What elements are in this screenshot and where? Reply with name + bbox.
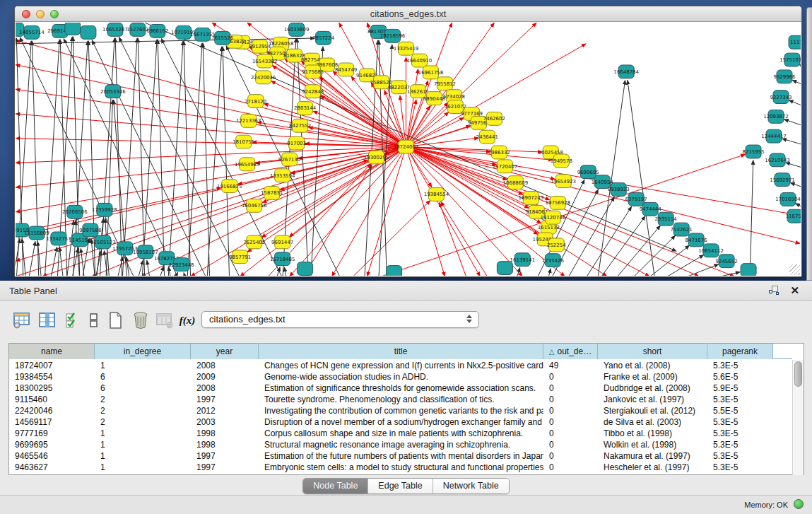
graph-node-yellow[interactable]: 9857791 — [229, 250, 251, 264]
select-columns-icon[interactable] — [37, 310, 58, 331]
graph-node-yellow[interactable]: 7955812 — [434, 77, 456, 90]
graph-node-teal[interactable]: 6966162 — [146, 24, 168, 37]
graph-node-teal[interactable]: 16648784 — [613, 65, 639, 78]
table-cell[interactable]: 0 — [543, 405, 598, 416]
graph-node-yellow[interactable]: 19654985 — [235, 158, 260, 171]
table-cell[interactable]: 19384554 — [9, 371, 95, 382]
table-cell[interactable]: Hescheler et al. (1997) — [598, 462, 707, 473]
citation-graph[interactable]: 1872400798601248912954182260589827503165… — [16, 23, 801, 276]
vertical-scrollbar[interactable] — [792, 360, 804, 475]
edge[interactable] — [16, 41, 31, 276]
graph-node-yellow[interactable]: 2718120 — [245, 95, 266, 108]
graph-node-yellow[interactable]: 252254 — [547, 238, 566, 252]
table-cell[interactable]: Corpus callosum shape and size in male p… — [259, 428, 543, 439]
table-row[interactable]: 1872400712008Changes of HCN gene express… — [9, 360, 792, 371]
edge[interactable] — [207, 47, 222, 276]
table-cell[interactable]: Franke et al. (2009) — [598, 371, 707, 382]
graph-node-teal[interactable]: 13342757 — [46, 232, 71, 245]
resize-grip-icon[interactable] — [789, 264, 800, 275]
edge[interactable] — [547, 269, 551, 276]
edge[interactable] — [158, 40, 165, 276]
table-cell[interactable]: Estimation of the future numbers of pati… — [259, 450, 543, 462]
edge[interactable] — [695, 272, 740, 276]
table-cell[interactable]: 2008 — [191, 360, 259, 371]
table-cell[interactable]: 5.3E-5 — [707, 428, 773, 439]
edge[interactable] — [750, 160, 753, 276]
table-cell[interactable]: 0 — [543, 462, 598, 473]
graph-node-yellow[interactable]: 2803144 — [294, 102, 317, 115]
graph-node-yellow[interactable]: 9890448 — [423, 92, 445, 105]
table-cell[interactable]: 5.3E-5 — [707, 416, 773, 428]
graph-node-teal[interactable]: 12093872 — [763, 110, 789, 123]
table-cell[interactable]: Tourette syndrome. Phenomenology and cla… — [259, 394, 543, 405]
table-cell[interactable]: 5.9E-5 — [707, 382, 773, 394]
table-cell[interactable]: 18300295 — [9, 382, 95, 394]
edge[interactable] — [187, 43, 202, 276]
graph-node-yellow[interactable]: 10688609 — [503, 176, 529, 189]
table-row[interactable]: 1830029562008Estimation of significance … — [9, 382, 792, 394]
edge[interactable] — [332, 147, 406, 276]
table-cell[interactable]: 49 — [543, 360, 598, 371]
function-builder-icon[interactable]: f(x) — [177, 310, 198, 331]
table-row[interactable]: 977716911998Corpus callosum shape and si… — [9, 428, 792, 439]
graph-node-teal[interactable]: 1527602 — [126, 23, 148, 36]
graph-node-yellow[interactable]: 19654923 — [551, 175, 577, 188]
table-cell[interactable]: de Silva et al. (2003) — [598, 416, 707, 428]
table-row[interactable]: 1938455462009Genome-wide association stu… — [9, 371, 792, 382]
row-checks-icon[interactable] — [62, 310, 83, 331]
column-header-name[interactable]: name — [9, 344, 95, 359]
table-row[interactable]: 946362711997Embryonic stem cells: a mode… — [9, 462, 792, 473]
table-cell[interactable]: Embryonic stem cells: a model to study s… — [259, 462, 543, 473]
edge[interactable] — [16, 114, 406, 147]
column-header-year[interactable]: year — [191, 344, 259, 359]
graph-node-teal[interactable]: 12444417 — [761, 129, 787, 143]
edge[interactable] — [406, 147, 735, 276]
edge[interactable] — [284, 267, 288, 276]
graph-node-teal[interactable] — [387, 266, 402, 276]
table-cell[interactable]: Nakamura et al. (1997) — [598, 450, 707, 462]
graph-node-teal[interactable]: 9227343 — [770, 90, 792, 104]
table-cell[interactable]: 5.3E-5 — [707, 394, 773, 405]
table-cell[interactable]: 0 — [543, 416, 598, 428]
table-cell[interactable]: 9115460 — [9, 394, 95, 405]
graph-node-teal[interactable] — [497, 262, 512, 275]
table-cell[interactable]: 1997 — [191, 462, 259, 473]
edge[interactable] — [290, 147, 406, 276]
edge[interactable] — [138, 38, 145, 276]
graph-node-teal[interactable] — [298, 262, 313, 276]
graph-node-yellow[interactable]: 7625402 — [243, 235, 265, 249]
graph-node-yellow[interactable]: 8427552 — [289, 119, 311, 132]
table-row[interactable]: 1456911722003Disruption of a novel membe… — [9, 416, 792, 428]
graph-node-yellow[interactable]: 9242848 — [302, 85, 324, 98]
graph-node-yellow[interactable]: 917003 — [287, 136, 306, 150]
edge[interactable] — [184, 273, 187, 276]
graph-node-teal[interactable]: 15692971 — [770, 173, 795, 187]
network-view[interactable]: 1872400798601248912954182260589827503165… — [16, 23, 801, 276]
table-selector-combobox[interactable]: citations_edges.txt — [201, 311, 479, 328]
edge[interactable] — [789, 100, 801, 107]
table-cell[interactable]: 2009 — [191, 371, 259, 382]
edge[interactable] — [122, 38, 137, 276]
table-row[interactable]: 2242004622012Investigating the contribut… — [9, 405, 792, 416]
table-cell[interactable]: 1997 — [191, 450, 259, 462]
table-cell[interactable]: Wolkin et al. (1998) — [598, 439, 707, 450]
table-cell[interactable]: 0 — [543, 450, 598, 462]
graph-node-teal[interactable]: 17359928 — [92, 203, 117, 216]
table-cell[interactable]: 2 — [95, 394, 191, 405]
edge[interactable] — [168, 41, 183, 276]
edge[interactable] — [792, 80, 801, 86]
table-cell[interactable]: Structural magnetic resonance image aver… — [259, 439, 543, 450]
graph-node-yellow[interactable]: 2436441 — [476, 130, 498, 144]
network-window[interactable]: citations_edges.txt 18724007986012489129… — [14, 6, 802, 277]
table-cell[interactable]: Dudbridge et al. (2008) — [598, 382, 707, 394]
graph-node-teal[interactable]: 7857224 — [312, 31, 335, 45]
table-cell[interactable]: 5.3E-5 — [707, 450, 773, 462]
graph-node-teal[interactable] — [741, 264, 756, 276]
tab-node-table[interactable]: Node Table — [303, 479, 368, 493]
graph-node-teal[interactable]: 2935114 — [655, 212, 678, 226]
table-cell[interactable]: 1997 — [191, 394, 259, 405]
graph-node-teal[interactable]: 7615526 — [211, 31, 233, 45]
column-header-in_degree[interactable]: in_degree — [95, 344, 191, 359]
table-cell[interactable]: 9463627 — [9, 462, 95, 473]
edge[interactable] — [353, 200, 430, 276]
